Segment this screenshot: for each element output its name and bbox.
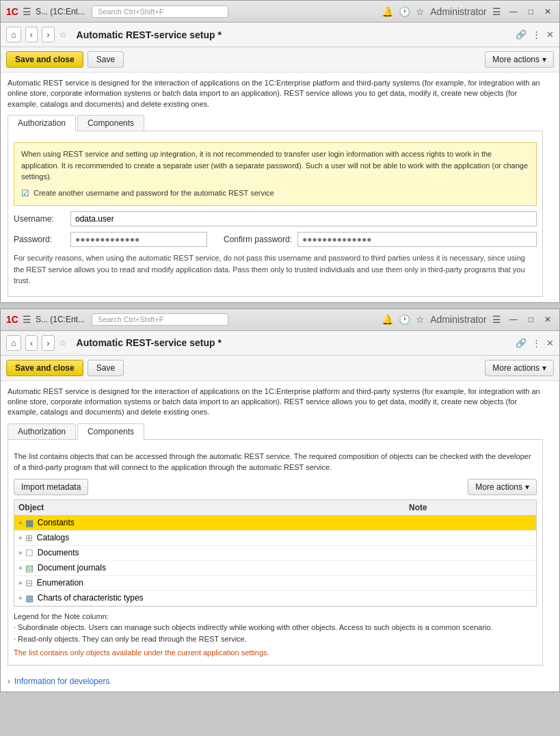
col-header-note: Note (409, 503, 532, 512)
back-button[interactable]: ‹ (25, 27, 38, 42)
window-2: 1C ☰ S... (1C:Ent... Search Ctrl+Shift+F… (0, 308, 560, 693)
enum-icon: ⊟ (25, 578, 33, 588)
more-actions-components-button[interactable]: More actions ▾ (468, 479, 537, 495)
more-actions-button-2[interactable]: More actions ▾ (485, 360, 554, 376)
nav-star-icon-2[interactable]: ☆ (59, 338, 67, 348)
tab-components-2[interactable]: Components (77, 423, 144, 440)
save-button-1[interactable]: Save (88, 51, 124, 68)
description-text-2: Automatic REST service is designed for t… (8, 386, 543, 418)
table-row-enumeration[interactable]: + ⊟ Enumeration (14, 576, 536, 591)
content-1: Automatic REST service is designed for t… (1, 73, 559, 302)
legend-title: Legend for the Note column: (14, 611, 537, 622)
title-bar-2: 1C ☰ S... (1C:Ent... Search Ctrl+Shift+F… (1, 309, 559, 331)
nav-actions-2: 🔗 ⋮ ✕ (516, 338, 554, 348)
expand-icon-charts[interactable]: + (18, 594, 23, 602)
minimize-button[interactable]: — (507, 5, 520, 18)
tab-content-1: When using REST service and setting up i… (8, 131, 543, 297)
catalogs-icon: ⊞ (25, 533, 33, 543)
home-button-2[interactable]: ⌂ (6, 335, 21, 351)
bell-icon-2[interactable]: 🔔 (382, 314, 393, 325)
info-developers-label: Information for developers (14, 676, 109, 686)
components-info-text: The list contains objects that can be ac… (14, 451, 537, 473)
nav-close-icon-2[interactable]: ✕ (546, 338, 554, 348)
history-icon[interactable]: 🕐 (399, 6, 410, 17)
toolbar-2: Save and close Save More actions ▾ (1, 356, 559, 381)
import-metadata-button[interactable]: Import metadata (14, 479, 88, 495)
app-icon: 1C (6, 6, 18, 17)
legend-section: Legend for the Note column: · Subordinat… (14, 611, 537, 645)
forward-button[interactable]: › (42, 27, 54, 42)
back-button-2[interactable]: ‹ (25, 335, 38, 351)
warning-box: When using REST service and setting up i… (14, 142, 537, 206)
maximize-button-2[interactable]: □ (526, 313, 536, 326)
title-bar-1: 1C ☰ S... (1C:Ent... Search Ctrl+Shift+F… (1, 1, 559, 23)
password-input[interactable] (70, 232, 207, 247)
table-row-charts[interactable]: + ▦ Charts of characteristic types (14, 591, 536, 606)
expand-icon-journals[interactable]: + (18, 564, 23, 572)
expand-icon-constants[interactable]: + (18, 519, 23, 527)
info-developers-section[interactable]: › Information for developers (1, 671, 559, 692)
title-controls-2: 🔔 🕐 ☆ Administrator ☰ — □ ✕ (382, 313, 554, 326)
tab-authorization-1[interactable]: Authorization (8, 115, 76, 131)
expand-icon-catalogs[interactable]: + (18, 534, 23, 542)
nav-bar-1: ⌂ ‹ › ☆ Automatic REST-service setup * 🔗… (1, 23, 559, 47)
forward-button-2[interactable]: › (42, 335, 54, 351)
favorite-icon[interactable]: ☆ (416, 6, 425, 17)
confirm-password-input[interactable] (297, 232, 537, 247)
row-label-enum: Enumeration (37, 578, 409, 588)
import-row: Import metadata More actions ▾ (14, 479, 537, 495)
journals-icon: ▤ (25, 563, 34, 573)
settings-icon[interactable]: ☰ (492, 6, 501, 17)
username-input[interactable] (70, 211, 537, 226)
table-row-documents[interactable]: + ☐ Documents (14, 546, 536, 561)
confirm-label: Confirm password: (224, 235, 292, 244)
username-row: Username: (14, 211, 537, 226)
tab-components-1[interactable]: Components (77, 115, 144, 131)
expand-icon-enum[interactable]: + (18, 579, 23, 587)
user-name: Administrator (430, 6, 486, 17)
link-icon-2[interactable]: 🔗 (516, 338, 526, 348)
expand-icon-documents[interactable]: + (18, 549, 23, 557)
content-wrapper-2: Automatic REST service is designed for t… (8, 386, 552, 666)
table-row-constants[interactable]: + ▦ Constants (14, 516, 536, 531)
username-label: Username: (14, 214, 65, 224)
tab-authorization-2[interactable]: Authorization (8, 423, 76, 439)
history-icon-2[interactable]: 🕐 (399, 314, 410, 325)
description-text-1: Automatic REST service is designed for t… (8, 78, 543, 109)
menu-icon[interactable]: ☰ (23, 6, 31, 17)
page-title-2: Automatic REST-service setup * (77, 337, 511, 348)
nav-close-icon[interactable]: ✕ (546, 29, 554, 40)
save-button-2[interactable]: Save (88, 360, 124, 376)
home-button[interactable]: ⌂ (6, 27, 21, 42)
dropdown-icon-2: ▾ (542, 363, 546, 373)
favorite-icon-2[interactable]: ☆ (416, 314, 425, 325)
checkbox-icon[interactable]: ☑ (21, 187, 29, 200)
bell-icon[interactable]: 🔔 (382, 6, 393, 17)
content-2: Automatic REST service is designed for t… (1, 381, 559, 672)
search-bar-2[interactable]: Search Ctrl+Shift+F (92, 313, 228, 326)
minimize-button-2[interactable]: — (507, 313, 520, 326)
link-icon[interactable]: 🔗 (516, 29, 526, 40)
maximize-button[interactable]: □ (526, 5, 536, 18)
save-close-button-1[interactable]: Save and close (6, 51, 83, 68)
row-label-journals: Document journals (38, 563, 409, 573)
menu-icon-2[interactable]: ☰ (23, 314, 31, 325)
more-actions-button-1[interactable]: More actions ▾ (485, 51, 554, 68)
save-close-button-2[interactable]: Save and close (6, 360, 83, 376)
close-button-2[interactable]: ✕ (542, 313, 554, 326)
row-label-catalogs: Catalogs (37, 533, 409, 542)
more-nav-icon[interactable]: ⋮ (532, 29, 541, 40)
tab-content-2: The list contains objects that can be ac… (8, 440, 543, 666)
more-nav-icon-2[interactable]: ⋮ (532, 338, 541, 348)
table-row-catalogs[interactable]: + ⊞ Catalogs (14, 531, 536, 546)
nav-star-icon[interactable]: ☆ (59, 29, 67, 40)
close-button[interactable]: ✕ (542, 5, 554, 18)
search-bar[interactable]: Search Ctrl+Shift+F (92, 5, 228, 18)
objects-table: Object Note + ▦ Constants + ⊞ Catalog (14, 499, 537, 607)
settings-icon-2[interactable]: ☰ (492, 314, 501, 325)
chevron-right-icon: › (8, 676, 10, 686)
dropdown-icon-1: ▾ (542, 55, 546, 64)
row-label-charts: Charts of characteristic types (38, 593, 409, 603)
table-row-journals[interactable]: + ▤ Document journals (14, 561, 536, 576)
tabs-2: Authorization Components (8, 423, 543, 440)
